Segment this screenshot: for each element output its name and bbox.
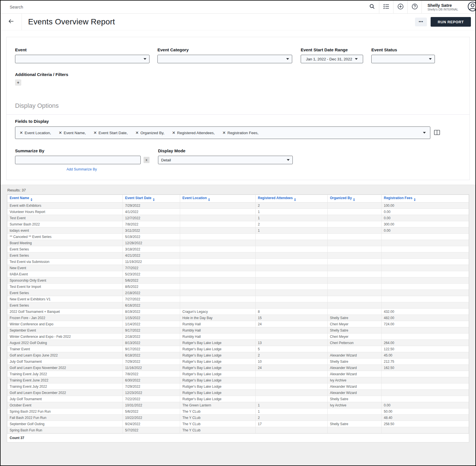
add-criteria-button[interactable]: + (15, 79, 21, 86)
table-row[interactable]: August 2022 Golf Outing8/13/2022Ruttger'… (7, 340, 469, 346)
field-chip[interactable]: ✕Registration Fees, (222, 130, 258, 135)
remove-field-icon[interactable]: ✕ (59, 130, 62, 135)
field-chip[interactable]: ✕Event Start Date, (94, 130, 128, 135)
table-row[interactable]: Spring Bash 2022 Fun Run5/6/2022The Y CL… (7, 408, 469, 415)
table-row[interactable]: July Golf Tournament7/22/2022Ruttger's B… (7, 396, 469, 402)
column-header[interactable]: Registered Attendees (256, 195, 328, 203)
add-button[interactable] (393, 1, 407, 13)
table-row[interactable]: Volunteer Hours Report4/1/202210.00 (7, 209, 469, 215)
table-cell (382, 271, 469, 277)
summarize-by-input[interactable] (15, 156, 141, 164)
table-cell: Cheri Meyer (328, 334, 382, 340)
column-header[interactable]: Organized By (328, 195, 382, 203)
remove-field-icon[interactable]: ✕ (20, 130, 23, 135)
table-row[interactable]: Winter Conference and Expo1/14/2022Rumbl… (7, 321, 469, 327)
event-category-filter-label: Event Category (157, 47, 292, 52)
table-row[interactable]: Training Event July 20227/29/2022Ruttger… (7, 383, 469, 390)
field-chip[interactable]: ✕Event Location, (20, 130, 51, 135)
remove-field-icon[interactable]: ✕ (135, 130, 139, 135)
table-cell: 3/11/2022 (123, 227, 180, 234)
event-status-filter-select[interactable] (371, 55, 435, 63)
table-row[interactable]: Board Meeting12/28/2022 (7, 240, 469, 246)
table-cell (382, 396, 469, 402)
event-filter-select[interactable] (15, 55, 149, 63)
table-row[interactable]: Trainer Event9/17/2022Ruttger's Bay Lake… (7, 346, 469, 352)
column-header[interactable]: Registration Fees (382, 195, 469, 203)
table-row[interactable]: July Golf Tournament7/29/2022Ruttger's B… (7, 359, 469, 365)
more-options-button[interactable]: ••• (415, 18, 427, 26)
table-cell: Ruttger's Bay Lake Lodge (180, 371, 256, 377)
table-cell: Training Event July 2022 (7, 371, 123, 377)
column-header[interactable]: Event Location (180, 195, 256, 203)
table-row[interactable]: Event Series6/16/2022 (7, 302, 469, 309)
chevron-down-icon (286, 58, 289, 60)
table-cell (382, 334, 469, 340)
display-mode-select[interactable]: Detail (158, 156, 293, 164)
table-cell: Fall Bash 2022 Fun Run (7, 415, 123, 421)
table-row[interactable]: Event with Exhibitors7/29/20222100.00 (7, 203, 469, 209)
table-row[interactable]: todays event3/11/202210.00 (7, 227, 469, 234)
table-row[interactable]: ** Canceled ** Event Series5/19/2022 (7, 234, 469, 240)
remove-field-icon[interactable]: ✕ (222, 130, 226, 135)
table-row[interactable]: Summer Bash 20227/8/20222300.00 (7, 221, 469, 227)
table-cell: Training Event July 2022 (7, 383, 123, 390)
date-range-filter-select[interactable]: Jan 1, 2022 - Dec 31, 2022 (301, 55, 363, 63)
table-row[interactable]: Training Event June 20226/30/2022Ruttger… (7, 377, 469, 383)
table-row[interactable]: Spring Bash Fun Run5/7/2022The Y CLub (7, 427, 469, 433)
clear-summarize-button[interactable]: x (144, 157, 149, 163)
table-cell (180, 271, 256, 277)
table-row[interactable]: Sponsorship Only Event5/6/2022 (7, 277, 469, 284)
field-chip[interactable]: ✕Event Name, (59, 130, 86, 135)
sort-icon (294, 198, 296, 201)
help-button[interactable] (408, 1, 422, 13)
table-row[interactable]: October Event10/31/2022The Green Lantern… (7, 402, 469, 408)
table-row[interactable]: Frozen Fore - Jan 20221/15/2022Hole in t… (7, 315, 469, 321)
user-info[interactable]: Shelly Satre Shelly's DB INTERNAL (422, 1, 467, 13)
table-row[interactable]: Golf and Learn Expo December 202212/23/2… (7, 390, 469, 396)
remove-field-icon[interactable]: ✕ (94, 130, 97, 135)
chevron-down-icon (429, 58, 432, 60)
checklist-button[interactable] (379, 1, 393, 13)
table-row[interactable]: Test Event12/7/202210.00 (7, 215, 469, 221)
table-row[interactable]: September Golf Outing9/24/2022The Y CLub… (7, 421, 469, 427)
event-category-filter-select[interactable] (157, 55, 292, 63)
table-cell: 212.75 (382, 359, 469, 365)
search-button[interactable] (365, 1, 379, 13)
search-input[interactable] (9, 1, 128, 13)
table-row[interactable]: September Event9/17/2022Rumbly HallShell… (7, 327, 469, 334)
table-row[interactable]: 2022 Golf Tournament + Banquet8/19/2022C… (7, 309, 469, 315)
add-summarize-by-link[interactable]: Add Summarize By (15, 167, 148, 171)
run-report-button[interactable]: RUN REPORT (431, 17, 471, 27)
table-row[interactable]: Test Event via Submission11/19/2022 (7, 259, 469, 265)
remove-field-icon[interactable]: ✕ (172, 130, 175, 135)
date-range-filter-value: Jan 1, 2022 - Dec 31, 2022 (306, 57, 352, 61)
table-row[interactable]: Fall Bash 2022 Fun Run10/22/2022The Y CL… (7, 415, 469, 421)
table-row[interactable]: Golf and Learn Expo November 202211/16/2… (7, 365, 469, 371)
help-icon (412, 3, 418, 11)
table-cell: Ruttger's Bay Lake Lodge (180, 346, 256, 352)
column-header[interactable]: Event Name (7, 195, 123, 203)
table-row[interactable]: Event Series3/18/2022 (7, 246, 469, 252)
table-row[interactable]: Test Event for Import8/5/2022 (7, 284, 469, 290)
column-layout-button[interactable] (434, 130, 440, 136)
table-row[interactable]: Event Series4/21/2022 (7, 252, 469, 259)
avatar-button[interactable] (467, 1, 476, 13)
back-button[interactable] (1, 14, 22, 30)
table-row[interactable]: Training Event July 20227/8/2022Ruttger'… (7, 371, 469, 377)
field-chip[interactable]: ✕Organized By, (135, 130, 164, 135)
table-row[interactable]: Winter Conference and Expo - Feb 20222/1… (7, 334, 469, 340)
table-cell: 5/6/2022 (123, 408, 180, 415)
table-row[interactable]: Event Series2/18/2022 (7, 290, 469, 296)
table-row[interactable]: New Event7/7/2022 (7, 265, 469, 271)
fields-to-display-input[interactable]: ✕Event Location,✕Event Name,✕Event Start… (15, 126, 430, 139)
table-cell (256, 277, 328, 284)
table-row[interactable]: IIABA Event5/23/2022 (7, 271, 469, 277)
table-row[interactable]: New Event w Exhibitors V17/27/2022 (7, 296, 469, 302)
table-cell (256, 290, 328, 296)
table-cell: Alexander Wizard (328, 352, 382, 359)
table-cell: Shelly Satre (328, 327, 382, 334)
table-cell: Alexander Wizard (328, 365, 382, 371)
column-header[interactable]: Event Start Date (123, 195, 180, 203)
field-chip[interactable]: ✕Registered Attendees, (172, 130, 215, 135)
table-row[interactable]: Golf and Learn Expo June 20226/18/2022Ru… (7, 352, 469, 359)
